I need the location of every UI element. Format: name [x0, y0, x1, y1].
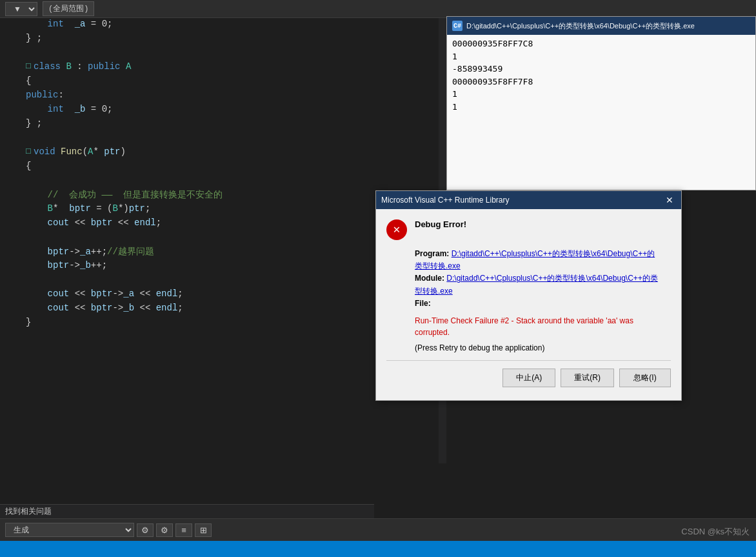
error-icon-circle: ✕ [386, 219, 407, 240]
toolbar: ▼ (全局范围) [0, 0, 756, 18]
code-line-intb: int _b = 0; [0, 103, 374, 117]
code-line-bptr: B* bptr = (B*)ptr; [0, 203, 374, 217]
abort-button[interactable]: 中止(A) [502, 369, 555, 387]
build-btn-4[interactable]: ⊞ [195, 523, 212, 537]
module-label: Module: [415, 274, 444, 283]
console-line-4: 000000935F8FF7F8 [452, 76, 750, 88]
code-line-blank1 [0, 46, 374, 61]
ide-container: ▼ (全局范围) int _a = 0; } ; □ class B : pub… [0, 0, 756, 557]
dialog-hint: (Press Retry to debug the application) [415, 343, 671, 352]
code-line-bptr-b: bptr->_b++; [0, 259, 374, 274]
code-line-brace2: } ; [0, 117, 374, 132]
code-line-comment: // 会成功 —— 但是直接转换是不安全的 [0, 188, 374, 203]
console-line-6: 1 [452, 101, 750, 114]
console-icon: C# [452, 21, 463, 31]
file-label: File: [415, 299, 431, 308]
error-icon-x: ✕ [393, 224, 401, 236]
find-bar-text: 找到相关问题 [5, 506, 52, 517]
module-path: D:\gitadd\C++\Cplusplus\C++的类型转换\x64\Deb… [446, 274, 657, 283]
dialog-body: ✕ Debug Error! Program: D:\gitadd\C++\Cp… [376, 209, 681, 400]
dialog-divider [386, 360, 671, 361]
code-line-brace4: } [0, 316, 374, 330]
code-line-func: □ void Func(A* ptr) [0, 146, 374, 160]
console-titlebar: C# D:\gitadd\C++\Cplusplus\C++的类型转换\x64\… [447, 17, 755, 35]
dialog-header-row: ✕ Debug Error! [386, 219, 671, 240]
dialog-error-message: Run-Time Check Failure #2 - Stack around… [415, 315, 671, 338]
module-path2: 型转换.exe [415, 287, 453, 296]
find-bar: 找到相关问题 [0, 504, 374, 518]
code-line-bptr-a: bptr->_a++;//越界问题 [0, 245, 374, 259]
program-label: Program: [415, 249, 449, 258]
code-line-blank4 [0, 231, 374, 245]
program-path2: 类型转换.exe [415, 261, 461, 270]
build-btn-2[interactable]: ⚙ [156, 523, 173, 537]
console-line-3: -858993459 [452, 63, 750, 76]
code-line-blank5 [0, 274, 374, 288]
ignore-button[interactable]: 忽略(I) [619, 369, 671, 387]
dialog-close-button[interactable]: ✕ [663, 196, 676, 205]
error-icon: ✕ [386, 219, 407, 240]
console-line-1: 000000935F8FF7C8 [452, 37, 750, 50]
class-indicator: □ [26, 61, 34, 71]
build-dropdown[interactable]: 生成 [5, 523, 134, 537]
debug-error-label: Debug Error! [415, 219, 466, 229]
build-btn-1[interactable]: ⚙ [137, 523, 154, 537]
bottom-toolbar: 生成 ⚙ ⚙ ≡ ⊞ [0, 518, 756, 541]
build-btn-3[interactable]: ≡ [175, 523, 192, 537]
dialog-titlebar: Microsoft Visual C++ Runtime Library ✕ [376, 191, 681, 209]
console-line-5: 1 [452, 88, 750, 101]
dialog-buttons: 中止(A) 重试(R) 忽略(I) [386, 366, 671, 390]
error-dialog: Microsoft Visual C++ Runtime Library ✕ ✕… [375, 190, 682, 401]
watermark: CSDN @ks不知火 [681, 526, 750, 538]
code-line-2: } ; [0, 32, 374, 46]
code-line-brace1: { [0, 75, 374, 89]
dialog-info: Program: D:\gitadd\C++\Cplusplus\C++的类型转… [415, 248, 671, 310]
code-line-cout3: cout << bptr->_b << endl; [0, 302, 374, 316]
console-line-2: 1 [452, 50, 750, 63]
code-line-class: □ class B : public A [0, 61, 374, 75]
code-line-public: public: [0, 89, 374, 103]
code-line-cout1: cout << bptr << endl; [0, 217, 374, 231]
dialog-title: Microsoft Visual C++ Runtime Library [381, 196, 510, 205]
program-path: D:\gitadd\C++\Cplusplus\C++的类型转换\x64\Deb… [452, 249, 655, 258]
code-line-brace3: { [0, 160, 374, 174]
scope-label: (全局范围) [43, 1, 94, 16]
code-editor[interactable]: int _a = 0; } ; □ class B : public A { p… [0, 18, 374, 463]
toolbar-dropdown[interactable]: ▼ [5, 2, 37, 16]
console-title: D:\gitadd\C++\Cplusplus\C++的类型转换\x64\Deb… [466, 21, 695, 31]
console-window: C# D:\gitadd\C++\Cplusplus\C++的类型转换\x64\… [446, 16, 756, 190]
func-indicator: □ [26, 147, 34, 156]
code-line-blank3 [0, 174, 374, 188]
console-content[interactable]: 000000935F8FF7C8 1 -858993459 000000935F… [447, 35, 755, 190]
status-bar [0, 541, 756, 557]
code-line-blank2 [0, 132, 374, 146]
retry-button[interactable]: 重试(R) [561, 369, 614, 387]
code-line-1: int _a = 0; [0, 18, 374, 32]
code-line-cout2: cout << bptr->_a << endl; [0, 288, 374, 302]
